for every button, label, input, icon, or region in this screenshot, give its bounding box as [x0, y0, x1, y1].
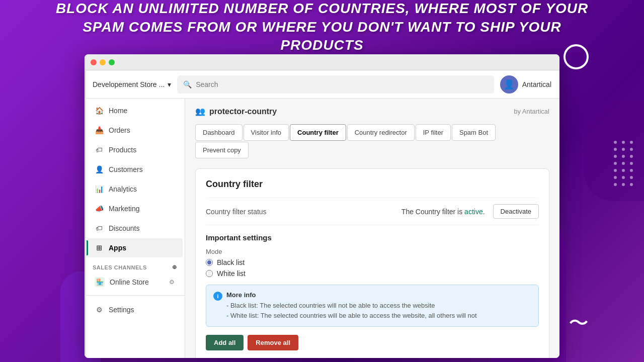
sidebar-item-discounts[interactable]: 🏷 Discounts	[87, 219, 183, 238]
main-card: Country filter Country filter status The…	[195, 168, 549, 358]
online-store-settings-icon[interactable]: ⚙	[169, 279, 175, 286]
sidebar-item-online-store[interactable]: 🏪 Online Store ⚙	[87, 273, 183, 291]
sidebar-footer: ⚙ Settings	[85, 295, 185, 324]
add-all-button[interactable]: Add all	[206, 335, 244, 350]
sidebar-item-orders[interactable]: 📥 Orders	[87, 121, 183, 140]
sidebar-item-apps[interactable]: ⊞ Apps	[87, 238, 183, 257]
sidebar-item-customers-label: Customers	[109, 165, 143, 173]
tab-prevent-copy[interactable]: Prevent copy	[195, 142, 249, 158]
tab-country-redirector[interactable]: Country redirector	[347, 124, 415, 141]
info-box: i More info - Black list: The selected c…	[206, 285, 539, 327]
products-icon: 🏷	[95, 145, 104, 154]
black-list-option[interactable]: Black list	[206, 258, 539, 266]
info-icon: i	[213, 292, 222, 301]
mode-label: Mode	[206, 248, 539, 255]
wave-decoration: 〜	[569, 309, 589, 337]
settings-icon: ⚙	[95, 305, 104, 314]
add-sales-channel-icon[interactable]: ⊕	[172, 264, 177, 270]
sidebar-item-marketing[interactable]: 📣 Marketing	[87, 199, 183, 218]
user-name: Antartical	[522, 80, 551, 88]
sidebar: 🏠 Home 📥 Orders 🏷 Products 👤 Customers 📊	[85, 99, 185, 358]
important-settings-title: Important settings	[206, 233, 539, 242]
dropdown-icon: ▾	[168, 80, 171, 88]
apps-icon: ⊞	[95, 243, 104, 252]
content-area: 👥 protector-country by Antartical Dashbo…	[185, 99, 559, 358]
info-line-2: - White list: The selected countries wil…	[226, 311, 477, 321]
by-text: by Antartical	[514, 108, 549, 115]
dots-decoration	[614, 141, 634, 186]
info-content: More info - Black list: The selected cou…	[226, 291, 477, 320]
info-line-1: - Black list: The selected countries wil…	[226, 301, 477, 311]
search-input[interactable]	[196, 80, 488, 88]
app-header: 👥 protector-country by Antartical	[195, 107, 549, 116]
sales-channels-label: SALES CHANNELS	[93, 264, 147, 270]
status-active-word: active	[464, 208, 483, 216]
status-label: Country filter status	[206, 208, 267, 216]
circle-decoration	[564, 44, 589, 69]
sidebar-item-marketing-label: Marketing	[109, 205, 139, 213]
black-list-label: Black list	[217, 258, 245, 266]
sidebar-item-products[interactable]: 🏷 Products	[87, 140, 183, 159]
user-info: 👤 Antartical	[500, 75, 551, 94]
browser-window: Developement Store ... ▾ 🔍 👤 Antartical …	[85, 54, 559, 358]
traffic-light-yellow[interactable]	[100, 59, 106, 65]
store-name: Developement Store ...	[93, 80, 165, 88]
black-list-radio[interactable]	[206, 259, 213, 266]
status-text: The Country filter is active.	[401, 208, 485, 216]
white-list-label: White list	[217, 269, 246, 278]
analytics-icon: 📊	[95, 185, 104, 194]
customers-icon: 👤	[95, 165, 104, 174]
status-row: Country filter status The Country filter…	[206, 198, 539, 225]
sidebar-item-analytics[interactable]: 📊 Analytics	[87, 179, 183, 199]
sidebar-item-apps-label: Apps	[109, 244, 126, 252]
marketing-icon: 📣	[95, 204, 104, 213]
more-info-title: More info	[226, 291, 477, 299]
online-store-label: Online Store	[110, 278, 149, 286]
app-title-container: 👥 protector-country	[195, 107, 277, 116]
tab-dashboard[interactable]: Dashboard	[195, 124, 243, 141]
app-title: protector-country	[209, 107, 277, 116]
online-store-icon: 🏪	[95, 277, 105, 287]
important-settings: Important settings Mode Black list White…	[206, 233, 539, 327]
search-icon: 🔍	[183, 80, 192, 88]
mode-radio-group: Black list White list	[206, 258, 539, 278]
sales-channels-section: SALES CHANNELS ⊕	[85, 258, 185, 273]
settings-label: Settings	[109, 306, 134, 314]
sidebar-item-home[interactable]: 🏠 Home	[87, 101, 183, 120]
active-bar	[87, 240, 88, 255]
sidebar-item-orders-label: Orders	[109, 126, 130, 134]
sidebar-item-settings[interactable]: ⚙ Settings	[87, 300, 183, 319]
orders-icon: 📥	[95, 126, 104, 135]
app-icon: 👥	[195, 107, 205, 116]
remove-all-button[interactable]: Remove all	[248, 335, 298, 350]
traffic-light-green[interactable]	[109, 59, 115, 65]
search-bar: 🔍	[177, 75, 494, 94]
banner-text: Block an unlimited number of countries, …	[40, 0, 604, 55]
avatar: 👤	[500, 75, 518, 94]
sidebar-item-analytics-label: Analytics	[109, 185, 137, 193]
deactivate-button[interactable]: Deactivate	[493, 204, 539, 219]
sidebar-item-home-label: Home	[109, 107, 127, 115]
tab-visitor-info[interactable]: Visitor info	[244, 124, 289, 141]
title-bar	[85, 54, 559, 70]
sidebar-left-bar	[85, 99, 86, 358]
tab-ip-filter[interactable]: IP filter	[416, 124, 451, 141]
top-bar: Developement Store ... ▾ 🔍 👤 Antartical	[85, 70, 559, 99]
sidebar-item-discounts-label: Discounts	[109, 224, 139, 232]
home-icon: 🏠	[95, 106, 104, 115]
white-list-radio[interactable]	[206, 270, 213, 277]
tabs-container: DashboardVisitor infoCountry filterCount…	[195, 124, 549, 158]
traffic-light-red[interactable]	[91, 59, 97, 65]
white-list-option[interactable]: White list	[206, 269, 539, 278]
sidebar-item-products-label: Products	[109, 146, 136, 154]
tab-country-filter[interactable]: Country filter	[290, 124, 346, 141]
store-selector[interactable]: Developement Store ... ▾	[93, 80, 171, 88]
tab-spam-bot[interactable]: Spam Bot	[452, 124, 496, 141]
action-buttons: Add all Remove all	[206, 335, 539, 350]
sidebar-item-customers[interactable]: 👤 Customers	[87, 160, 183, 179]
status-right: The Country filter is active. Deactivate	[401, 204, 539, 219]
discounts-icon: 🏷	[95, 224, 104, 233]
section-title: Country filter	[206, 179, 539, 190]
